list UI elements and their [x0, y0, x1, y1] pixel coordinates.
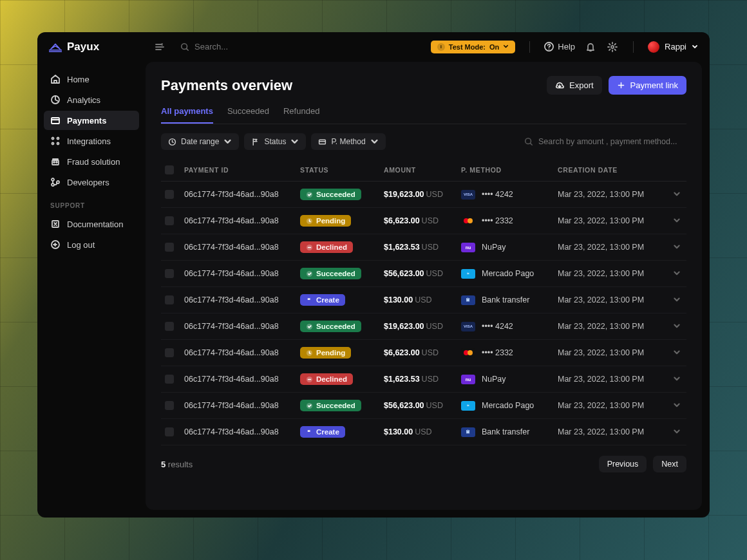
- status-badge: Succeeded: [300, 189, 361, 200]
- chevron-down-icon: [290, 138, 299, 146]
- global-search-input[interactable]: [194, 42, 323, 51]
- status-badge: Create: [300, 294, 345, 306]
- expand-row-button[interactable]: [667, 322, 686, 330]
- cell-method: VISA•••• 4242: [461, 190, 558, 200]
- expand-row-button[interactable]: [667, 402, 686, 409]
- row-checkbox[interactable]: [165, 216, 174, 225]
- expand-row-button[interactable]: [667, 375, 686, 383]
- row-checkbox[interactable]: [165, 243, 174, 252]
- svg-point-10: [53, 162, 55, 163]
- status-badge: Pending: [300, 347, 351, 359]
- table-header: PAYMENT ID STATUS AMOUNT P. METHOD CREAT…: [161, 159, 686, 182]
- row-checkbox[interactable]: [165, 348, 174, 357]
- svg-point-8: [57, 143, 59, 145]
- expand-row-button[interactable]: [667, 349, 686, 357]
- row-checkbox[interactable]: [165, 295, 174, 304]
- table-row[interactable]: 06c1774-7f3d-46ad...90a8 Succeeded $56,6…: [161, 261, 686, 287]
- cell-payment-id: 06c1774-7f3d-46ad...90a8: [184, 427, 300, 436]
- status-badge: Succeeded: [300, 321, 361, 332]
- table-row[interactable]: 06c1774-7f3d-46ad...90a8 Succeeded $19,6…: [161, 313, 686, 340]
- filter-status[interactable]: Status: [244, 133, 306, 150]
- filter-method[interactable]: P. Method: [311, 133, 385, 150]
- sidebar-item-documentation[interactable]: Documentation: [44, 214, 139, 234]
- help-button[interactable]: Help: [544, 42, 575, 51]
- col-method: P. METHOD: [461, 166, 558, 174]
- table-row[interactable]: 06c1774-7f3d-46ad...90a8 Declined $1,623…: [161, 234, 686, 261]
- table-row[interactable]: 06c1774-7f3d-46ad...90a8 Create $130.00U…: [161, 287, 686, 313]
- cell-amount: $1,623.53USD: [384, 375, 461, 384]
- cell-payment-id: 06c1774-7f3d-46ad...90a8: [184, 190, 300, 199]
- test-mode-state: On: [489, 43, 499, 51]
- col-amount: AMOUNT: [384, 166, 461, 174]
- analytics-icon: [50, 95, 61, 105]
- table-row[interactable]: 06c1774-7f3d-46ad...90a8 Succeeded $56,6…: [161, 393, 686, 419]
- export-button[interactable]: Export: [547, 76, 602, 95]
- tab-refunded[interactable]: Refunded: [283, 106, 319, 124]
- card-icon: [318, 138, 326, 146]
- sidebar-item-home[interactable]: Home: [44, 70, 139, 89]
- developers-icon: [50, 177, 61, 187]
- table-search[interactable]: [524, 137, 686, 146]
- tab-all-payments[interactable]: All payments: [161, 106, 213, 124]
- global-search[interactable]: [174, 42, 422, 51]
- table-row[interactable]: 06c1774-7f3d-46ad...90a8 Declined $1,623…: [161, 366, 686, 393]
- table-row[interactable]: 06c1774-7f3d-46ad...90a8 Pending $6,623.…: [161, 340, 686, 366]
- export-label: Export: [569, 80, 594, 90]
- page-title: Payments overview: [161, 77, 292, 94]
- filter-label: Date range: [181, 137, 219, 146]
- cell-payment-id: 06c1774-7f3d-46ad...90a8: [184, 216, 300, 225]
- expand-row-button[interactable]: [667, 428, 686, 436]
- table-row[interactable]: 06c1774-7f3d-46ad...90a8 Succeeded $19,6…: [161, 182, 686, 208]
- col-status: STATUS: [300, 166, 384, 174]
- separator: [633, 41, 634, 53]
- row-checkbox[interactable]: [165, 375, 174, 384]
- sidebar-item-label: Log out: [67, 240, 95, 250]
- user-menu[interactable]: Rappi: [648, 41, 698, 53]
- expand-row-button[interactable]: [667, 270, 686, 277]
- status-badge: Succeeded: [300, 268, 361, 279]
- pagination: Previous Next: [599, 456, 686, 472]
- collapse-sidebar-icon[interactable]: [155, 42, 165, 52]
- expand-row-button[interactable]: [667, 191, 686, 198]
- tab-succeeded[interactable]: Succeeded: [227, 106, 269, 124]
- table-search-input[interactable]: [538, 137, 686, 146]
- previous-button[interactable]: Previous: [599, 456, 647, 472]
- cell-method: nuNuPay: [461, 243, 558, 252]
- expand-row-button[interactable]: [667, 296, 686, 304]
- payment-link-label: Payment link: [630, 80, 678, 90]
- row-checkbox[interactable]: [165, 322, 174, 331]
- payment-link-button[interactable]: Payment link: [609, 76, 686, 95]
- sidebar-item-developers[interactable]: Developers: [44, 173, 139, 192]
- app-body: Home Analytics Payments Integrations Fra…: [37, 62, 710, 518]
- sidebar: Home Analytics Payments Integrations Fra…: [37, 62, 146, 518]
- sidebar-item-fraud[interactable]: Fraud solution: [44, 152, 139, 171]
- home-icon: [50, 74, 61, 84]
- sidebar-item-logout[interactable]: Log out: [44, 235, 139, 254]
- row-checkbox[interactable]: [165, 190, 174, 199]
- help-icon: [544, 42, 554, 51]
- settings-button[interactable]: [606, 41, 619, 53]
- clock-icon: [168, 138, 176, 146]
- row-checkbox[interactable]: [165, 401, 174, 410]
- cell-amount: $6,623.00USD: [384, 216, 461, 225]
- row-checkbox[interactable]: [165, 427, 174, 436]
- table-row[interactable]: 06c1774-7f3d-46ad...90a8 Create $130.00U…: [161, 419, 686, 445]
- brand[interactable]: Payux: [49, 41, 146, 53]
- next-button[interactable]: Next: [653, 456, 686, 472]
- expand-row-button[interactable]: [667, 243, 686, 251]
- sidebar-item-payments[interactable]: Payments: [44, 111, 139, 130]
- notifications-button[interactable]: [584, 41, 597, 53]
- sidebar-item-label: Developers: [67, 178, 109, 187]
- results-count: 5 results: [161, 460, 193, 469]
- expand-row-button[interactable]: [667, 217, 686, 225]
- main-panel: Payments overview Export Payment link Al…: [146, 62, 702, 510]
- sidebar-item-integrations[interactable]: Integrations: [44, 131, 139, 151]
- row-checkbox[interactable]: [165, 269, 174, 278]
- filter-date-range[interactable]: Date range: [161, 133, 239, 150]
- test-mode-toggle[interactable]: i Test Mode: On: [431, 41, 516, 53]
- cell-amount: $56,623.00USD: [384, 401, 461, 410]
- sidebar-item-analytics[interactable]: Analytics: [44, 90, 139, 109]
- table-row[interactable]: 06c1774-7f3d-46ad...90a8 Pending $6,623.…: [161, 208, 686, 234]
- sidebar-item-label: Home: [67, 75, 90, 84]
- select-all-checkbox[interactable]: [165, 165, 174, 174]
